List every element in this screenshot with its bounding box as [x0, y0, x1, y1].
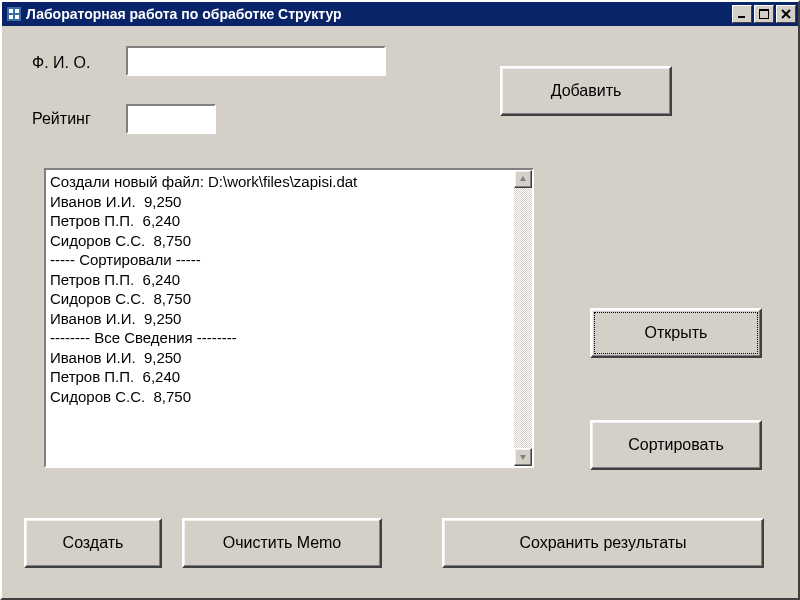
- add-button[interactable]: Добавить: [500, 66, 672, 116]
- save-results-button-label: Сохранить результаты: [519, 534, 686, 552]
- open-button-label: Открыть: [645, 324, 708, 342]
- fio-label: Ф. И. О.: [32, 54, 90, 72]
- svg-marker-11: [520, 455, 526, 460]
- save-results-button[interactable]: Сохранить результаты: [442, 518, 764, 568]
- memo-text[interactable]: Создали новый файл: D:\work\files\zapisi…: [46, 170, 514, 466]
- memo: Создали новый файл: D:\work\files\zapisi…: [44, 168, 534, 468]
- fio-input[interactable]: [126, 46, 386, 76]
- svg-rect-2: [15, 9, 19, 13]
- svg-rect-5: [738, 16, 745, 18]
- create-button[interactable]: Создать: [24, 518, 162, 568]
- minimize-button[interactable]: [732, 5, 752, 23]
- rating-input[interactable]: [126, 104, 216, 134]
- sort-button-label: Сортировать: [628, 436, 724, 454]
- scroll-up-button[interactable]: [514, 170, 532, 188]
- close-button[interactable]: [776, 5, 796, 23]
- window-title: Лабораторная работа по обработке Структу…: [26, 6, 732, 22]
- titlebar: Лабораторная работа по обработке Структу…: [2, 2, 798, 26]
- clear-memo-button-label: Очистить Memo: [223, 534, 342, 552]
- scroll-track[interactable]: [514, 188, 532, 448]
- maximize-button[interactable]: [754, 5, 774, 23]
- rating-label: Рейтинг: [32, 110, 91, 128]
- app-icon: [6, 6, 22, 22]
- svg-rect-3: [9, 15, 13, 19]
- clear-memo-button[interactable]: Очистить Memo: [182, 518, 382, 568]
- create-button-label: Создать: [63, 534, 124, 552]
- open-button[interactable]: Открыть: [590, 308, 762, 358]
- client-area: Ф. И. О. Рейтинг Добавить Создали новый …: [4, 28, 796, 596]
- svg-rect-7: [759, 9, 769, 11]
- svg-rect-1: [9, 9, 13, 13]
- memo-scrollbar: [514, 170, 532, 466]
- svg-rect-4: [15, 15, 19, 19]
- sort-button[interactable]: Сортировать: [590, 420, 762, 470]
- svg-marker-10: [520, 176, 526, 181]
- titlebar-buttons: [732, 5, 796, 23]
- add-button-label: Добавить: [551, 82, 622, 100]
- scroll-down-button[interactable]: [514, 448, 532, 466]
- app-window: Лабораторная работа по обработке Структу…: [0, 0, 800, 600]
